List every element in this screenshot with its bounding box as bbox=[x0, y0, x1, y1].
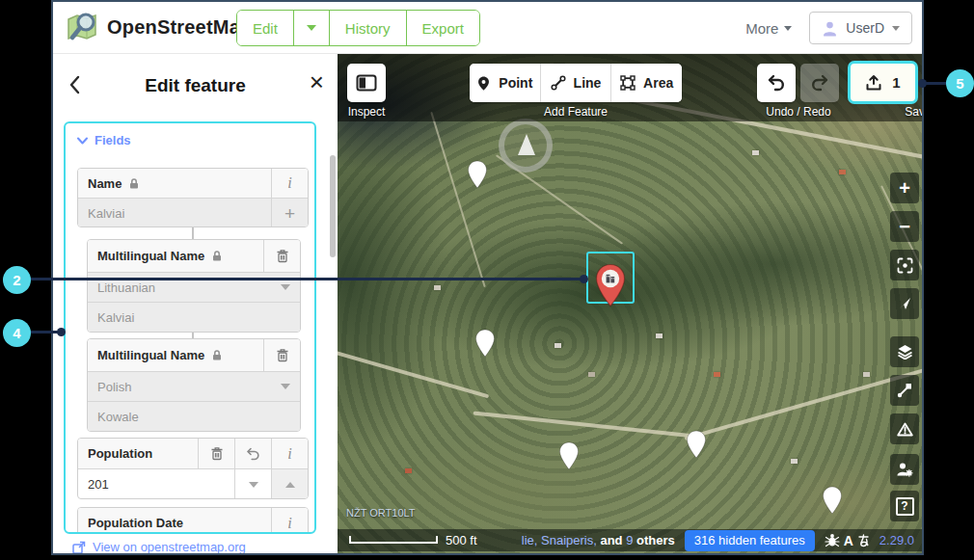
population-input[interactable]: 201 bbox=[78, 469, 234, 499]
field-info-button[interactable]: i bbox=[271, 508, 308, 534]
layers-button[interactable] bbox=[890, 336, 919, 367]
map-data-icon bbox=[897, 383, 912, 398]
imagery-attribution[interactable]: NŽT ORT10LT bbox=[346, 507, 416, 519]
fields-section-label: Fields bbox=[95, 133, 131, 147]
navigation-arrow-icon bbox=[897, 296, 912, 311]
close-icon[interactable]: × bbox=[310, 69, 324, 94]
redo-icon bbox=[810, 74, 829, 92]
user-account-button[interactable]: UserD bbox=[809, 12, 912, 44]
info-icon: i bbox=[287, 174, 291, 192]
edit-button-group: Edit History Export bbox=[236, 10, 480, 46]
stepper-up-button[interactable] bbox=[271, 469, 308, 499]
chevron-down-icon bbox=[77, 137, 88, 145]
map-house bbox=[434, 285, 441, 290]
hiragana-a-icon bbox=[857, 534, 870, 547]
chevron-down-icon bbox=[249, 482, 258, 488]
point-label: Point bbox=[499, 75, 532, 91]
language-select[interactable]: Polish bbox=[88, 372, 281, 401]
undo-button[interactable] bbox=[757, 64, 796, 102]
field-info-button[interactable]: i bbox=[271, 169, 308, 198]
latin-a-glyph: A bbox=[844, 533, 853, 548]
undo-icon bbox=[767, 74, 786, 92]
add-feature-group: Point Line Area bbox=[470, 64, 682, 102]
trash-icon bbox=[276, 348, 289, 362]
undo-icon bbox=[246, 447, 260, 461]
zoom-in-button[interactable]: + bbox=[890, 173, 919, 203]
help-button[interactable]: ? bbox=[890, 491, 919, 521]
selected-map-marker[interactable] bbox=[594, 263, 627, 307]
area-label: Area bbox=[643, 75, 673, 91]
zoom-to-selection-button[interactable] bbox=[890, 250, 919, 280]
delete-field-button[interactable] bbox=[198, 439, 234, 468]
more-menu[interactable]: More bbox=[745, 20, 792, 37]
map-status-bar: 500 ft lie, Snaiperis, and 9 others 316 … bbox=[338, 529, 922, 551]
contributors[interactable]: lie, Snaiperis, and 9 others bbox=[522, 533, 675, 547]
delete-field-button[interactable] bbox=[263, 240, 300, 272]
name-input[interactable]: Kalviai bbox=[78, 199, 271, 227]
layers-icon bbox=[897, 344, 913, 360]
field-label: Multilingual Name bbox=[97, 249, 204, 263]
localized-name-input[interactable]: Kowale bbox=[88, 402, 300, 431]
map-house bbox=[588, 372, 595, 377]
edit-button[interactable]: Edit bbox=[237, 11, 294, 45]
save-count-badge: 1 bbox=[892, 74, 900, 91]
point-pin-icon bbox=[476, 75, 491, 92]
localized-name-input[interactable]: Kalviai bbox=[88, 303, 300, 332]
contrib-count[interactable]: 9 bbox=[626, 533, 633, 547]
upload-icon bbox=[865, 74, 882, 92]
preferences-button[interactable] bbox=[890, 454, 919, 485]
stepper-down-button[interactable] bbox=[234, 469, 271, 499]
sidebar-scrollbar[interactable] bbox=[330, 155, 336, 257]
add-line-button[interactable]: Line bbox=[541, 64, 612, 102]
lock-icon bbox=[128, 177, 140, 190]
revert-field-button[interactable] bbox=[234, 439, 271, 468]
fields-panel: Fields Name i Kalviai + bbox=[64, 121, 316, 534]
map-marker[interactable] bbox=[686, 430, 707, 459]
zoom-out-button[interactable]: − bbox=[890, 211, 919, 242]
map-marker[interactable] bbox=[474, 329, 496, 358]
chevron-down-icon bbox=[281, 384, 290, 389]
scale-label: 500 ft bbox=[446, 533, 477, 547]
field-card-name: Name i Kalviai + bbox=[77, 168, 309, 227]
add-value-button[interactable]: + bbox=[271, 199, 308, 227]
edit-feature-sidebar: Edit feature × Fields Name i Kalviai bbox=[53, 54, 338, 553]
external-link-icon bbox=[72, 541, 86, 554]
brand[interactable]: OpenStreetMap bbox=[65, 10, 252, 44]
map-data-button[interactable] bbox=[890, 375, 919, 406]
map-marker[interactable] bbox=[558, 441, 580, 470]
issue-language-buttons[interactable]: A bbox=[825, 533, 870, 548]
inspect-button[interactable] bbox=[347, 64, 386, 102]
field-info-button[interactable]: i bbox=[271, 439, 308, 468]
map-road bbox=[473, 411, 703, 439]
save-button[interactable]: 1 bbox=[848, 61, 918, 104]
fields-section-toggle[interactable]: Fields bbox=[77, 133, 131, 147]
map-circular-structure bbox=[499, 119, 553, 173]
map-road bbox=[338, 350, 489, 399]
line-icon bbox=[551, 75, 566, 91]
issues-button[interactable] bbox=[890, 413, 919, 444]
add-feature-label: Add Feature bbox=[528, 105, 624, 119]
map-canvas[interactable]: Inspect Point Line Area Add Feature bbox=[338, 54, 922, 553]
delete-field-button[interactable] bbox=[263, 339, 300, 371]
geolocate-button[interactable] bbox=[890, 288, 919, 319]
export-button[interactable]: Export bbox=[407, 11, 479, 45]
add-point-button[interactable]: Point bbox=[470, 64, 541, 102]
line-label: Line bbox=[574, 75, 602, 91]
history-button[interactable]: History bbox=[330, 11, 407, 45]
redo-button[interactable] bbox=[800, 64, 839, 102]
view-on-osm-label: View on openstreetmap.org bbox=[93, 540, 246, 554]
version-label[interactable]: 2.29.0 bbox=[879, 533, 914, 547]
more-label: More bbox=[745, 20, 778, 37]
trash-icon bbox=[276, 249, 289, 263]
hidden-features-button[interactable]: 316 hidden features bbox=[685, 530, 815, 551]
edit-dropdown-button[interactable] bbox=[294, 11, 330, 45]
contributor-names[interactable]: lie, Snaiperis, bbox=[522, 533, 597, 547]
map-marker[interactable] bbox=[467, 160, 488, 189]
osm-logo-icon bbox=[65, 10, 99, 44]
help-book-icon: ? bbox=[896, 497, 914, 516]
field-label: Name bbox=[88, 176, 122, 191]
add-area-button[interactable]: Area bbox=[611, 64, 682, 102]
view-on-osm-link[interactable]: View on openstreetmap.org bbox=[72, 540, 246, 554]
map-marker[interactable] bbox=[822, 486, 843, 515]
map-house bbox=[791, 459, 798, 464]
